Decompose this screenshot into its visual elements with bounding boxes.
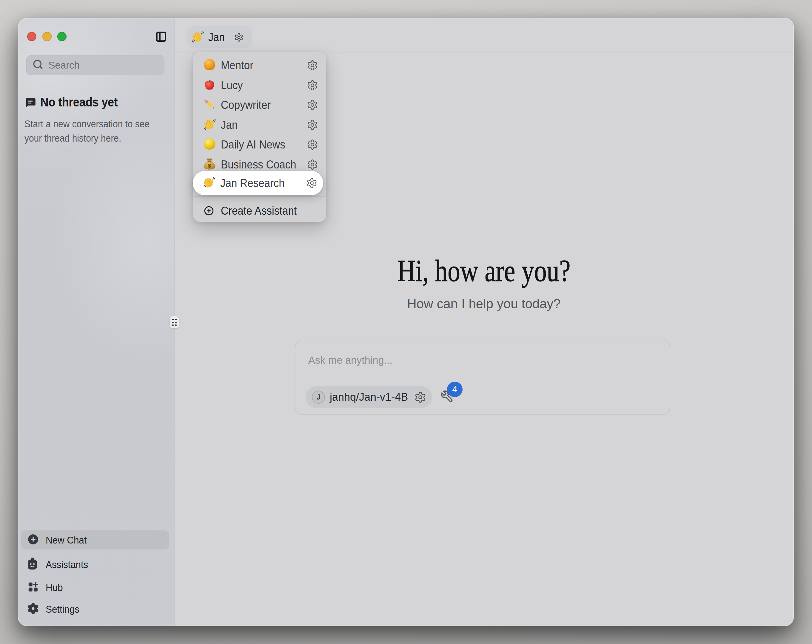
svg-text:$: $ (208, 163, 211, 169)
